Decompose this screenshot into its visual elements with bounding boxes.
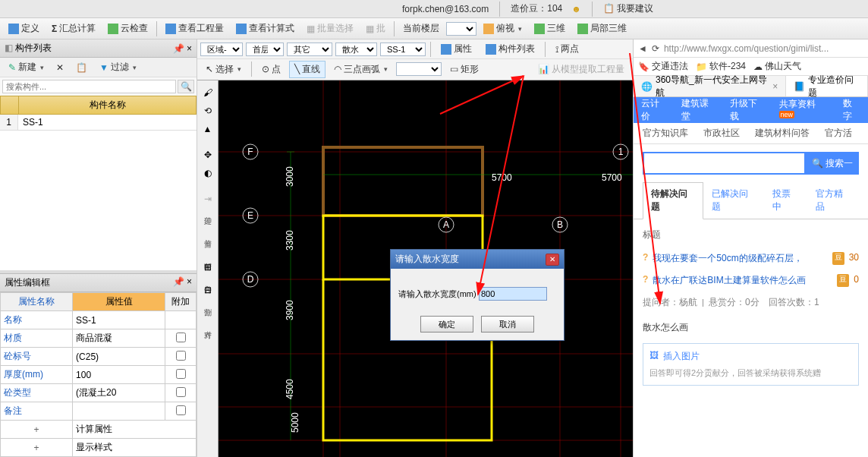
vtool-rotate-icon[interactable]: ◐ <box>200 165 215 181</box>
nav-digital[interactable]: 数字 <box>843 97 860 123</box>
bookmark-weather[interactable]: ☁佛山天气 <box>753 60 801 73</box>
bookmark-software[interactable]: 📁软件-234 <box>696 60 746 73</box>
vtool-brush-icon[interactable]: 🖌 <box>200 85 215 100</box>
twopoint-button[interactable]: ⟟ 两点 <box>550 40 584 58</box>
batch-button[interactable]: ▦ 批 <box>360 20 391 37</box>
arc-tool[interactable]: ◠ 三点画弧▾ <box>329 61 393 78</box>
filter-button[interactable]: ▼过滤▾ <box>94 58 142 76</box>
feedback-link[interactable]: 📋 我要建议 <box>603 2 653 15</box>
question-icon: ? <box>643 274 648 287</box>
svg-text:5700: 5700 <box>602 172 622 183</box>
ok-button[interactable]: 确定 <box>420 316 473 333</box>
prop-cell[interactable]: SS-1 <box>73 311 165 329</box>
select-tool[interactable]: ↖ 选择▾ <box>200 61 247 78</box>
attr-button[interactable]: 属性 <box>436 40 477 58</box>
site-search-input[interactable] <box>643 152 806 175</box>
prop-check[interactable] <box>176 351 186 361</box>
viewqty-button[interactable]: 查看工程量 <box>160 20 229 37</box>
vtool-align-icon[interactable]: ⫴ <box>200 305 215 320</box>
bookmark-traffic[interactable]: 🔖交通违法 <box>638 60 688 73</box>
prop-cell[interactable]: (C25) <box>73 348 165 366</box>
subnav-official[interactable]: 官方知识库 <box>643 127 688 140</box>
vtool-merge-icon[interactable]: ⊞ <box>200 260 215 275</box>
complist-button[interactable]: 构件列表 <box>480 40 540 58</box>
browser-tab-1[interactable]: 🌐360导航_新一代安全上网导航× <box>634 76 786 96</box>
subnav-official2[interactable]: 官方活 <box>825 127 852 140</box>
vtool-extend-icon[interactable]: ⇥ <box>200 191 215 206</box>
threed-button[interactable]: 三维 <box>529 20 571 37</box>
close-panel-icon[interactable]: × <box>187 43 192 54</box>
pin2-icon[interactable]: 📌 <box>173 276 184 287</box>
blank-combo[interactable] <box>396 62 442 76</box>
sumcalc-button[interactable]: Σ 汇总计算 <box>46 20 101 37</box>
prop-check[interactable] <box>176 333 186 342</box>
back-icon[interactable]: ◄ <box>638 43 647 54</box>
component-row[interactable]: 1 SS-1 <box>0 115 197 131</box>
component-combo[interactable]: SS-1 <box>380 43 426 56</box>
width-input[interactable] <box>479 287 547 301</box>
pin-icon[interactable]: 📌 <box>173 43 184 54</box>
define-button[interactable]: 定义 <box>3 20 45 37</box>
nav-share[interactable]: 共享资料new <box>779 98 829 123</box>
reload-icon[interactable]: ⟳ <box>652 43 659 54</box>
area-combo[interactable]: 区域-1 <box>200 43 243 56</box>
vtool-move-icon[interactable]: ✥ <box>200 147 215 162</box>
partial3d-button[interactable]: 局部三维 <box>572 20 632 37</box>
nav-download[interactable]: 升级下载 <box>730 97 765 123</box>
svg-text:E: E <box>247 210 253 221</box>
vtool-split-icon[interactable]: ⊟ <box>200 282 215 298</box>
prop-cell[interactable]: (混凝土20 <box>73 384 165 402</box>
subnav-materials[interactable]: 建筑材料问答 <box>755 127 810 140</box>
new-button[interactable]: ✎新建▾ <box>3 58 49 76</box>
answer-box: 🖼插入图片 回答即可得2分贡献分，回答被采纳获得系统赠 <box>643 343 859 386</box>
cancel-button[interactable]: 取消 <box>481 316 534 333</box>
bean-badge: 豆 <box>832 252 844 265</box>
insert-pic-link[interactable]: 插入图片 <box>663 350 700 363</box>
nav-classroom[interactable]: 建筑课堂 <box>681 97 716 123</box>
vtool-trim-icon[interactable]: ✂ <box>200 214 215 229</box>
category-combo[interactable]: 其它 <box>287 43 332 56</box>
floor-combo[interactable] <box>446 22 476 36</box>
qtab-pending[interactable]: 待解决问题 <box>643 182 703 219</box>
prop-check[interactable] <box>176 405 186 415</box>
image-icon[interactable]: 🖼 <box>649 350 659 363</box>
qtab-voting[interactable]: 投票中 <box>764 182 807 219</box>
vtool-mirror-icon[interactable]: ▲ <box>200 121 215 137</box>
topview-button[interactable]: 俯视▾ <box>478 20 527 37</box>
point-tool[interactable]: ⊙ 点 <box>256 61 286 78</box>
subnav-municipal[interactable]: 市政社区 <box>703 127 740 140</box>
extract-button[interactable]: 📊 从模型提取工程量 <box>533 61 630 78</box>
nav-pricing[interactable]: 云计价 <box>641 97 668 123</box>
qtab-premium[interactable]: 官方精品 <box>807 182 859 219</box>
search-button[interactable]: 🔍 <box>178 80 194 93</box>
close2-icon[interactable]: × <box>187 276 192 287</box>
prop-check[interactable] <box>176 369 186 379</box>
viewformula-button[interactable]: 查看计算式 <box>231 20 300 37</box>
vtool-break-icon[interactable]: ⊟ <box>200 237 215 252</box>
expand-calc[interactable]: + <box>1 421 73 439</box>
browser-tab-2[interactable]: 📘专业造价问题 <box>786 76 868 96</box>
floor-combo2[interactable]: 首层 <box>246 43 284 56</box>
vtool-copy-icon[interactable]: ⟲ <box>200 103 215 118</box>
qtab-solved[interactable]: 已解决问题 <box>703 182 764 219</box>
close-icon[interactable]: ✕ <box>546 254 559 266</box>
expand-display[interactable]: + <box>1 439 73 457</box>
prop-cell[interactable]: 商品混凝 <box>73 329 165 348</box>
question-item-1[interactable]: ? 我现在要套一个50cm的级配碎石层， 豆 30 <box>643 247 859 269</box>
cloudcheck-button[interactable]: 云检查 <box>102 20 153 37</box>
line-tool[interactable]: ╲ 直线 <box>289 61 326 78</box>
batchsel-button[interactable]: ▦ 批量选择 <box>301 20 359 37</box>
prop-cell[interactable] <box>73 402 165 421</box>
site-search-button[interactable]: 🔍 搜索一 <box>806 152 859 175</box>
rect-tool[interactable]: ▭ 矩形 <box>445 61 484 78</box>
url-text[interactable]: http://www.fwxgx.com/question/gimi/list.… <box>664 43 829 54</box>
svg-text:A: A <box>443 219 449 230</box>
del-icon[interactable]: 📋 <box>71 60 93 75</box>
user-email[interactable]: forpk.chen@163.com <box>402 4 489 14</box>
prop-check[interactable] <box>176 387 186 397</box>
copy-icon[interactable]: ✕ <box>51 60 69 75</box>
question-item-2[interactable]: ? 散水在广联达BIM土建算量软件怎么画 豆 0 <box>643 269 859 292</box>
type-combo[interactable]: 散水 <box>335 43 377 56</box>
prop-cell[interactable]: 100 <box>73 366 165 384</box>
search-input[interactable] <box>2 80 176 93</box>
